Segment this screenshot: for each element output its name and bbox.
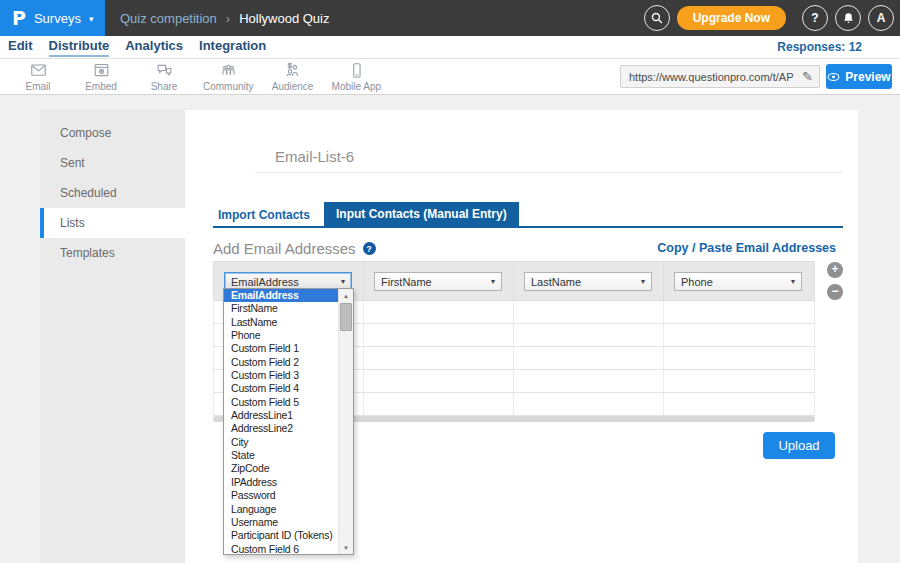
- breadcrumb-separator-icon: ›: [226, 11, 230, 26]
- contact-cell[interactable]: [364, 324, 514, 346]
- contact-cell[interactable]: [364, 370, 514, 392]
- search-button[interactable]: [644, 5, 670, 31]
- contact-cell[interactable]: [364, 393, 514, 415]
- search-icon: [650, 11, 664, 25]
- dropdown-option[interactable]: Custom Field 4: [224, 382, 338, 395]
- channel-mobile-app[interactable]: Mobile App: [332, 61, 381, 92]
- avatar[interactable]: A: [868, 5, 894, 31]
- contact-cell[interactable]: [664, 347, 813, 369]
- dropdown-option[interactable]: State: [224, 449, 338, 462]
- channel-email[interactable]: Email: [14, 61, 62, 92]
- edit-url-icon[interactable]: ✎: [796, 69, 819, 84]
- row-controls: + −: [827, 262, 843, 300]
- app-window: P Surveys ▾ Quiz competition › Hollywood…: [0, 0, 900, 563]
- responses-count[interactable]: Responses: 12: [777, 40, 862, 54]
- dropdown-option[interactable]: IPAddress: [224, 476, 338, 489]
- scroll-up-icon[interactable]: ▲: [339, 289, 353, 302]
- remove-row-button[interactable]: −: [827, 284, 843, 300]
- nav-item-integration[interactable]: Integration: [199, 38, 266, 57]
- contact-cell[interactable]: [364, 347, 514, 369]
- channel-label: Mobile App: [332, 81, 381, 92]
- dropdown-option[interactable]: Custom Field 5: [224, 396, 338, 409]
- dropdown-option[interactable]: Custom Field 3: [224, 369, 338, 382]
- survey-nav-items: Edit Distribute Analytics Integration: [0, 38, 266, 57]
- channel-label: Email: [25, 81, 50, 92]
- dropdown-option[interactable]: Username: [224, 516, 338, 529]
- channel-embed[interactable]: Embed: [77, 61, 125, 92]
- header-cell: Phone ▾: [664, 262, 813, 300]
- notifications-button[interactable]: [835, 5, 861, 31]
- title-divider: [255, 172, 843, 173]
- tab-import-contacts[interactable]: Import Contacts: [213, 208, 324, 222]
- survey-url-input[interactable]: [621, 71, 796, 83]
- product-menu[interactable]: P Surveys ▾: [0, 0, 105, 36]
- dropdown-option[interactable]: AddressLine2: [224, 422, 338, 435]
- chevron-down-icon: ▾: [89, 14, 94, 24]
- help-icon[interactable]: ?: [363, 242, 376, 255]
- dropdown-option[interactable]: LastName: [224, 316, 338, 329]
- scroll-down-icon[interactable]: ▼: [339, 541, 353, 554]
- dropdown-option[interactable]: Custom Field 1: [224, 342, 338, 355]
- column-select-phone[interactable]: Phone ▾: [674, 272, 802, 291]
- channel-audience[interactable]: $ Audience: [269, 61, 317, 92]
- channel-share[interactable]: Share: [140, 61, 188, 92]
- sidebar-item-templates[interactable]: Templates: [40, 238, 185, 268]
- help-button[interactable]: ?: [802, 5, 828, 31]
- contact-cell[interactable]: [664, 301, 813, 323]
- contact-cell[interactable]: [664, 370, 813, 392]
- field-dropdown-options: EmailAddress FirstName LastName Phone Cu…: [224, 289, 338, 554]
- nav-item-edit[interactable]: Edit: [8, 38, 33, 57]
- sidebar-item-compose[interactable]: Compose: [40, 118, 185, 148]
- contact-cell[interactable]: [514, 347, 664, 369]
- dropdown-option[interactable]: City: [224, 436, 338, 449]
- breadcrumb-current: Hollywood Quiz: [239, 11, 329, 26]
- contact-cell[interactable]: [364, 301, 514, 323]
- upload-button[interactable]: Upload: [763, 432, 835, 459]
- dropdown-option[interactable]: EmailAddress: [224, 289, 338, 302]
- topbar-actions: Upgrade Now ? A: [644, 0, 894, 36]
- content-card: Email-List-6 Import Contacts Input Conta…: [185, 110, 858, 563]
- channel-label: Embed: [85, 81, 117, 92]
- sidebar-item-lists[interactable]: Lists: [40, 208, 185, 238]
- sidebar-item-sent[interactable]: Sent: [40, 148, 185, 178]
- upgrade-now-button[interactable]: Upgrade Now: [677, 6, 786, 30]
- breadcrumb: Quiz competition › Hollywood Quiz: [120, 0, 330, 36]
- share-icon: [154, 61, 175, 80]
- dropdown-option[interactable]: Password: [224, 489, 338, 502]
- top-bar: P Surveys ▾ Quiz competition › Hollywood…: [0, 0, 900, 36]
- dropdown-scrollbar[interactable]: ▲ ▼: [338, 289, 353, 554]
- tab-input-contacts-manual[interactable]: Input Contacts (Manual Entry): [324, 202, 519, 227]
- contact-cell[interactable]: [514, 370, 664, 392]
- column-select-firstname[interactable]: FirstName ▾: [374, 272, 502, 291]
- contact-cell[interactable]: [664, 393, 813, 415]
- copy-paste-link[interactable]: Copy / Paste Email Addresses: [657, 241, 836, 255]
- contact-cell[interactable]: [514, 301, 664, 323]
- contact-cell[interactable]: [664, 324, 813, 346]
- dropdown-option[interactable]: FirstName: [224, 302, 338, 315]
- add-row-button[interactable]: +: [827, 262, 843, 278]
- contact-cell[interactable]: [514, 324, 664, 346]
- contact-cell[interactable]: [514, 393, 664, 415]
- dropdown-option[interactable]: ZipCode: [224, 462, 338, 475]
- breadcrumb-parent[interactable]: Quiz competition: [120, 11, 217, 26]
- nav-item-distribute[interactable]: Distribute: [49, 38, 110, 57]
- dropdown-option[interactable]: Custom Field 6: [224, 543, 338, 556]
- email-sidebar: Compose Sent Scheduled Lists Templates: [40, 110, 185, 563]
- dropdown-option[interactable]: Participant ID (Tokens): [224, 529, 338, 542]
- channel-label: Community: [203, 81, 254, 92]
- nav-item-analytics[interactable]: Analytics: [125, 38, 183, 57]
- dropdown-option[interactable]: Language: [224, 503, 338, 516]
- field-dropdown: EmailAddress FirstName LastName Phone Cu…: [223, 288, 354, 555]
- preview-button[interactable]: Preview: [826, 64, 892, 89]
- eye-icon: [827, 72, 840, 82]
- dropdown-option[interactable]: AddressLine1: [224, 409, 338, 422]
- column-select-lastname[interactable]: LastName ▾: [524, 272, 652, 291]
- contacts-tabs: Import Contacts Input Contacts (Manual E…: [213, 202, 519, 227]
- channel-community[interactable]: Community: [203, 61, 254, 92]
- dropdown-option[interactable]: Custom Field 2: [224, 356, 338, 369]
- sidebar-item-scheduled[interactable]: Scheduled: [40, 178, 185, 208]
- survey-url-field: ✎: [620, 65, 820, 88]
- dropdown-scrollbar-thumb[interactable]: [340, 303, 352, 331]
- dropdown-option[interactable]: Phone: [224, 329, 338, 342]
- bell-icon: [842, 11, 855, 25]
